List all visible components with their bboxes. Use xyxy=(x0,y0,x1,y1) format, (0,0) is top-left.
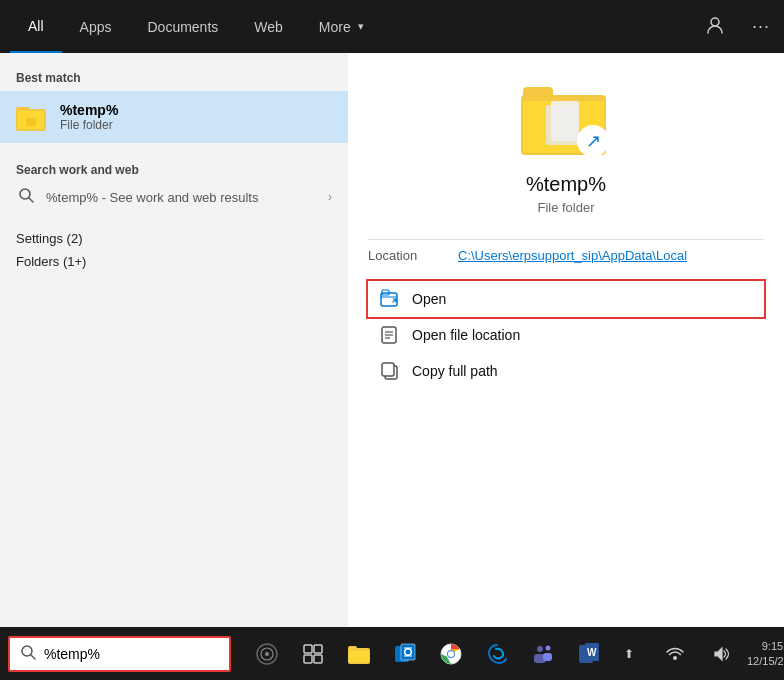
best-match-item[interactable]: %temp% File folder xyxy=(0,91,348,143)
left-panel: Best match %temp% File folder Search wor… xyxy=(0,53,348,627)
folders-section[interactable]: Folders (1+) xyxy=(0,248,348,271)
settings-section[interactable]: Settings (2) xyxy=(0,225,348,248)
location-value[interactable]: C:\Users\erpsupport_sip\AppData\Local xyxy=(458,248,687,263)
best-match-text: %temp% File folder xyxy=(60,102,118,132)
taskbar-icons: W xyxy=(247,634,609,674)
taskbar-search-input[interactable] xyxy=(44,646,219,662)
main-container: Best match %temp% File folder Search wor… xyxy=(0,53,784,627)
open-file-location-action[interactable]: Open file location xyxy=(368,317,764,353)
folder-icon-large: ↗ xyxy=(521,83,611,163)
best-match-label: Best match xyxy=(0,63,348,89)
chrome-icon[interactable] xyxy=(431,634,471,674)
svg-point-43 xyxy=(448,651,454,657)
network-icon[interactable] xyxy=(655,634,695,674)
svg-text:W: W xyxy=(587,647,597,658)
svg-point-0 xyxy=(711,18,719,26)
file-title: %temp% xyxy=(526,173,606,196)
svg-rect-21 xyxy=(382,363,394,376)
svg-line-6 xyxy=(29,198,33,202)
svg-point-51 xyxy=(673,656,677,660)
open-label: Open xyxy=(412,291,446,307)
open-file-location-label: Open file location xyxy=(412,327,520,343)
teams-icon[interactable] xyxy=(523,634,563,674)
svg-point-44 xyxy=(537,646,543,652)
svg-rect-8 xyxy=(523,87,553,101)
top-nav: All Apps Documents Web More ▾ ··· xyxy=(0,0,784,53)
ellipsis-icon[interactable]: ··· xyxy=(748,12,774,41)
volume-icon[interactable] xyxy=(701,634,741,674)
search-icon xyxy=(16,187,36,207)
outlook-icon[interactable] xyxy=(385,634,425,674)
file-subtitle: File folder xyxy=(537,200,594,215)
system-tray-icon[interactable]: ⬆ xyxy=(609,634,649,674)
svg-point-26 xyxy=(265,652,269,656)
open-folder-icon xyxy=(380,289,400,309)
chevron-down-icon: ▾ xyxy=(358,20,364,33)
location-row: Location C:\Users\erpsupport_sip\AppData… xyxy=(368,239,764,271)
task-view-icon[interactable] xyxy=(293,634,333,674)
chevron-right-icon: › xyxy=(328,190,332,204)
search-web-suffix: - See work and web results xyxy=(102,190,259,205)
best-match-subtitle: File folder xyxy=(60,118,118,132)
taskbar-search-icon xyxy=(20,644,36,664)
copy-full-path-action[interactable]: Copy full path xyxy=(368,353,764,389)
svg-rect-29 xyxy=(304,655,312,663)
folder-icon-small xyxy=(16,101,48,133)
copy-icon xyxy=(380,361,400,381)
tab-all[interactable]: All xyxy=(10,0,62,53)
file-explorer-icon[interactable] xyxy=(339,634,379,674)
search-web-label: Search work and web xyxy=(16,155,332,181)
best-match-title: %temp% xyxy=(60,102,118,118)
tab-web[interactable]: Web xyxy=(236,0,301,53)
clock: 9:15 AM 12/15/2021 xyxy=(747,639,784,668)
copy-full-path-label: Copy full path xyxy=(412,363,498,379)
svg-rect-47 xyxy=(543,653,552,661)
edge-icon[interactable] xyxy=(477,634,517,674)
svg-point-37 xyxy=(406,649,411,654)
tab-more[interactable]: More ▾ xyxy=(301,0,382,53)
svg-text:↗: ↗ xyxy=(586,131,601,151)
tab-documents[interactable]: Documents xyxy=(129,0,236,53)
file-location-icon xyxy=(380,325,400,345)
taskbar-search-box[interactable] xyxy=(8,636,231,672)
cortana-icon[interactable] xyxy=(247,634,287,674)
svg-rect-30 xyxy=(314,655,322,663)
taskbar: W ⬆ 9:15 AM 12/15/2021 xyxy=(0,627,784,680)
svg-rect-33 xyxy=(349,651,369,662)
svg-rect-4 xyxy=(26,118,36,126)
svg-rect-11 xyxy=(551,101,579,141)
search-web-text: %temp% - See work and web results xyxy=(46,190,318,205)
svg-point-45 xyxy=(546,645,551,650)
person-icon[interactable] xyxy=(702,12,728,42)
word-icon[interactable]: W xyxy=(569,634,609,674)
svg-rect-28 xyxy=(314,645,322,653)
svg-rect-27 xyxy=(304,645,312,653)
nav-right-icons: ··· xyxy=(702,12,774,42)
open-action[interactable]: Open xyxy=(368,281,764,317)
svg-line-23 xyxy=(31,655,35,659)
location-label: Location xyxy=(368,248,458,263)
search-web-item[interactable]: %temp% - See work and web results › xyxy=(16,181,332,213)
taskbar-right: ⬆ 9:15 AM 12/15/2021 xyxy=(609,634,784,674)
right-panel: ↗ %temp% File folder Location C:\Users\e… xyxy=(348,53,784,627)
search-web-section: Search work and web %temp% - See work an… xyxy=(0,145,348,217)
actions-container: Open Open file location xyxy=(368,281,764,389)
tab-apps[interactable]: Apps xyxy=(62,0,130,53)
